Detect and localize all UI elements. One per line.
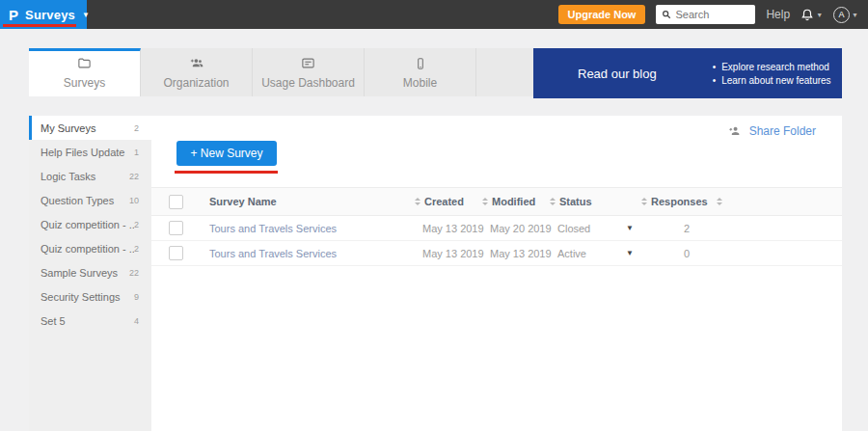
share-folder-link[interactable]: Share Folder — [727, 124, 816, 138]
dashboard-card-icon — [300, 56, 316, 71]
created-date: May 13 2019 — [407, 248, 475, 259]
column-header-label: Status — [559, 196, 592, 207]
folder-icon — [76, 56, 93, 71]
search-input[interactable] — [675, 9, 749, 20]
sidebar-item-sample-surveys[interactable]: Sample Surveys 22 — [29, 260, 151, 284]
sidebar-item-label: Set 5 — [41, 315, 134, 327]
blog-banner-bullets: Explore research method Learn about new … — [713, 62, 831, 86]
modified-date: May 20 2019 — [475, 223, 542, 234]
topbar-actions: Upgrade Now Help ▼ A ▼ — [558, 5, 868, 24]
top-navigation-bar: P Surveys ▼ Upgrade Now Help ▼ A ▼ — [0, 0, 868, 29]
sidebar-item-count: 10 — [129, 196, 139, 205]
blog-banner-title: Read our blog — [578, 67, 657, 81]
sort-icon[interactable] — [641, 198, 647, 205]
sidebar-item-count: 2 — [134, 220, 139, 229]
sidebar-item-label: Quiz competition - ... — [41, 219, 134, 230]
column-header-status[interactable]: Status — [542, 196, 634, 207]
notifications-menu[interactable]: ▼ — [800, 8, 823, 22]
sidebar-item-label: Logic Tasks — [41, 171, 129, 182]
sidebar-item-count: 22 — [129, 268, 139, 278]
status-cell: Active ▼ — [542, 248, 634, 259]
person-add-icon — [727, 124, 743, 138]
sort-icon[interactable] — [550, 198, 556, 205]
sidebar-item-label: Sample Surveys — [41, 267, 129, 279]
status-cell: Closed ▼ — [542, 223, 634, 234]
sidebar-item-label: Security Settings — [41, 291, 134, 303]
bell-icon — [800, 8, 814, 22]
tab-mobile[interactable]: Mobile — [365, 48, 476, 96]
status-dropdown-caret[interactable]: ▼ — [626, 224, 634, 232]
share-folder-label: Share Folder — [749, 124, 816, 138]
brand-surveys-menu[interactable]: P Surveys ▼ — [0, 0, 87, 29]
sort-icon[interactable] — [482, 198, 488, 205]
chevron-down-icon: ▼ — [852, 12, 858, 18]
sidebar-item-label: Quiz competition - ... — [41, 243, 134, 255]
column-header-label: Created — [424, 196, 464, 207]
sidebar-item-question-types[interactable]: Question Types 10 — [29, 188, 151, 212]
tab-label: Mobile — [403, 76, 437, 90]
sidebar-item-count: 2 — [134, 123, 139, 133]
read-our-blog-banner[interactable]: Read our blog Explore research method Le… — [533, 48, 842, 98]
sidebar-item-label: Question Types — [41, 195, 129, 206]
sidebar-item-quiz-competition-2[interactable]: Quiz competition - ... 2 — [29, 236, 151, 260]
select-all-checkbox[interactable] — [169, 195, 183, 209]
survey-name-link[interactable]: Tours and Travels Services — [207, 223, 407, 234]
tab-label: Surveys — [64, 76, 105, 90]
sort-icon[interactable] — [717, 198, 722, 205]
sidebar-item-label: My Surveys — [41, 122, 134, 134]
sidebar-item-security-settings[interactable]: Security Settings 9 — [29, 284, 151, 309]
created-date: May 13 2019 — [407, 223, 475, 234]
sidebar-item-count: 22 — [129, 172, 139, 181]
search-box[interactable] — [656, 5, 755, 24]
people-add-icon — [188, 56, 205, 71]
brand-red-underline — [3, 24, 76, 27]
avatar: A — [833, 7, 850, 23]
tab-surveys[interactable]: Surveys — [29, 48, 141, 96]
brand-product-label: Surveys — [25, 8, 75, 22]
new-survey-red-underline — [175, 171, 278, 174]
sidebar-item-count: 1 — [134, 148, 139, 157]
column-header-modified[interactable]: Modified — [475, 196, 542, 207]
chevron-down-icon[interactable]: ▼ — [82, 11, 90, 19]
table-row: Tours and Travels Services May 13 2019 M… — [151, 216, 842, 241]
new-survey-button[interactable]: + New Survey — [176, 141, 277, 166]
help-link[interactable]: Help — [766, 8, 790, 21]
table-row: Tours and Travels Services May 13 2019 M… — [151, 241, 842, 266]
surveys-content-panel: Share Folder + New Survey Survey Name Cr… — [151, 116, 842, 431]
proprofs-logo: P — [9, 8, 18, 22]
account-menu[interactable]: A ▼ — [833, 7, 858, 23]
tab-organization[interactable]: Organization — [141, 48, 253, 96]
folders-sidebar: My Surveys 2 Help Files Update 1 Logic T… — [29, 116, 151, 431]
column-header-survey-name[interactable]: Survey Name — [207, 196, 407, 207]
surveys-table: Survey Name Created Modified Status Resp… — [151, 187, 842, 266]
sidebar-item-my-surveys[interactable]: My Surveys 2 — [29, 116, 151, 140]
responses-count: 2 — [634, 223, 842, 234]
sidebar-item-count: 2 — [134, 244, 139, 254]
tab-usage-dashboard[interactable]: Usage Dashboard — [253, 48, 365, 96]
responses-count: 0 — [634, 248, 842, 259]
upgrade-now-button[interactable]: Upgrade Now — [558, 5, 646, 24]
tab-bar-filler — [476, 48, 533, 96]
row-checkbox[interactable] — [169, 221, 183, 235]
status-value: Active — [542, 248, 586, 259]
column-header-responses[interactable]: Responses — [634, 196, 842, 207]
sidebar-item-label: Help Files Update — [41, 147, 134, 158]
column-header-created[interactable]: Created — [407, 196, 475, 207]
sidebar-item-help-files-update[interactable]: Help Files Update 1 — [29, 140, 151, 164]
sidebar-item-quiz-competition-1[interactable]: Quiz competition - ... 2 — [29, 212, 151, 236]
mobile-phone-icon — [414, 56, 427, 71]
sidebar-item-logic-tasks[interactable]: Logic Tasks 22 — [29, 164, 151, 188]
sidebar-item-set-5[interactable]: Set 5 4 — [29, 309, 151, 333]
tab-label: Usage Dashboard — [261, 76, 355, 90]
sidebar-item-count: 4 — [134, 316, 139, 326]
blog-bullet-item: Explore research method — [713, 62, 831, 72]
column-header-label: Modified — [492, 196, 535, 207]
row-checkbox[interactable] — [169, 246, 183, 260]
chevron-down-icon: ▼ — [816, 12, 823, 18]
sidebar-item-count: 9 — [134, 292, 139, 302]
survey-name-link[interactable]: Tours and Travels Services — [207, 248, 407, 259]
modified-date: May 13 2019 — [475, 248, 542, 259]
status-value: Closed — [542, 223, 590, 234]
status-dropdown-caret[interactable]: ▼ — [626, 249, 634, 257]
sort-icon[interactable] — [415, 198, 420, 205]
